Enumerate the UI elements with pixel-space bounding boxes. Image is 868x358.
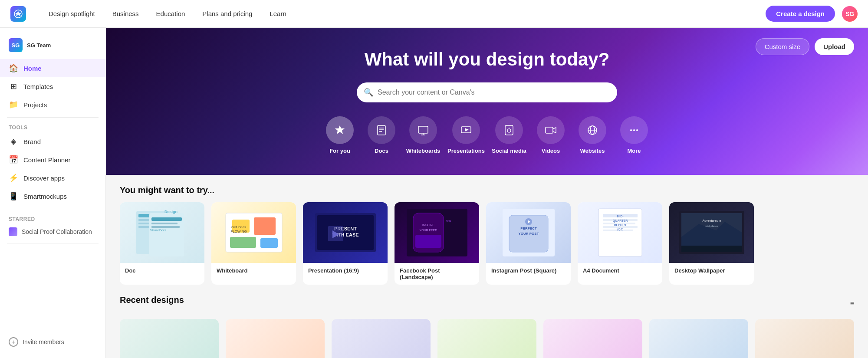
svg-point-21 <box>636 129 638 131</box>
search-input[interactable] <box>357 82 617 102</box>
sidebar: SG SG Team 🏠 Home ⊞ Templates 📁 Projects… <box>0 28 106 358</box>
card-a4doc[interactable]: MID- QUARTER REPORT (Q2) A4 Document <box>578 202 662 285</box>
websites-label: Websites <box>580 148 605 154</box>
discover-apps-icon: ⚡ <box>9 173 18 183</box>
svg-text:MID-: MID- <box>617 215 624 218</box>
svg-marker-1 <box>335 125 345 134</box>
qa-presentations[interactable]: Presentations <box>447 116 485 154</box>
desktop-card-label: Desktop Wallpaper <box>669 263 754 278</box>
logo[interactable] <box>10 6 26 22</box>
svg-point-20 <box>633 129 635 131</box>
svg-text:YOUR POST: YOUR POST <box>518 232 539 236</box>
card-desktop[interactable]: Adventures in wild places Desktop Wallpa… <box>669 202 754 285</box>
qa-videos[interactable]: Videos <box>533 116 568 154</box>
nav-plans[interactable]: Plans and pricing <box>194 7 261 21</box>
svg-rect-37 <box>260 238 278 248</box>
recent-card-4[interactable] <box>437 319 536 358</box>
more-icon <box>620 116 648 144</box>
create-design-button[interactable]: Create a design <box>766 6 835 22</box>
sidebar-item-smartmockups[interactable]: 📱 Smartmockups <box>0 187 105 205</box>
nav-learn[interactable]: Learn <box>261 7 295 21</box>
recent-section: Recent designs ≡ <box>106 295 868 358</box>
card-whiteboard[interactable]: Get ideas FLOWING Whiteboard <box>211 202 296 285</box>
whiteboard-card-thumbnail: Get ideas FLOWING <box>211 202 296 263</box>
upload-button[interactable]: Upload <box>815 38 854 55</box>
hero-section: Custom size Upload What will you design … <box>106 28 868 175</box>
nav-education[interactable]: Education <box>148 7 194 21</box>
recent-card-7[interactable] <box>755 319 854 358</box>
recent-card-6[interactable] <box>649 319 748 358</box>
sidebar-templates-label: Templates <box>23 83 53 90</box>
sidebar-item-templates[interactable]: ⊞ Templates <box>0 77 105 95</box>
sidebar-item-content-planner[interactable]: 📅 Content Planner <box>0 151 105 169</box>
view-all-button[interactable]: ≡ <box>850 300 854 308</box>
svg-rect-36 <box>230 237 256 248</box>
svg-text:40%: 40% <box>446 220 451 222</box>
svg-point-19 <box>630 129 632 131</box>
sidebar-item-discover-apps[interactable]: ⚡ Discover apps <box>0 169 105 187</box>
sidebar-smartmockups-label: Smartmockups <box>23 193 67 200</box>
for-you-label: For you <box>329 148 350 154</box>
qa-for-you[interactable]: For you <box>322 116 357 154</box>
instagram-card-thumbnail: PERFECT YOUR POST <box>486 202 571 263</box>
recent-card-2[interactable] <box>226 319 325 358</box>
sidebar-projects-label: Projects <box>23 101 47 108</box>
more-label: More <box>627 148 641 154</box>
qa-websites[interactable]: Websites <box>575 116 610 154</box>
recent-design-grid <box>120 319 854 358</box>
qa-whiteboards[interactable]: Whiteboards <box>406 116 441 154</box>
desktop-card-thumbnail: Adventures in wild places <box>669 202 754 263</box>
svg-rect-71 <box>681 246 742 252</box>
card-presentation[interactable]: PRESENT WITH EASE Presentation (16:9) <box>303 202 388 285</box>
recent-card-3[interactable] <box>332 319 431 358</box>
doc-card-label: Doc <box>120 263 204 278</box>
smartmockups-icon: 📱 <box>9 191 18 201</box>
sidebar-divider-2 <box>7 209 99 209</box>
docs-icon <box>368 116 395 144</box>
presentations-label: Presentations <box>447 148 485 154</box>
recent-card-5[interactable] <box>543 319 642 358</box>
starred-dot <box>9 227 17 236</box>
presentation-card-label: Presentation (16:9) <box>303 263 388 278</box>
main-content: Custom size Upload What will you design … <box>106 28 868 358</box>
card-instagram[interactable]: PERFECT YOUR POST Instagram Post (Square… <box>486 202 571 285</box>
qa-more[interactable]: More <box>617 116 651 154</box>
avatar[interactable]: SG <box>842 6 858 22</box>
card-facebook[interactable]: INSPIRE YOUR FEED 40% Facebook Post (Lan… <box>395 202 479 285</box>
sidebar-home-label: Home <box>23 65 42 72</box>
social-media-label: Social media <box>492 148 526 154</box>
facebook-card-label: Facebook Post (Landscape) <box>395 263 479 285</box>
qa-docs[interactable]: Docs <box>364 116 399 154</box>
sidebar-content-planner-label: Content Planner <box>23 156 70 164</box>
svg-rect-28 <box>151 217 182 221</box>
nav-design-spotlight[interactable]: Design spotlight <box>40 7 104 21</box>
nav-business[interactable]: Business <box>104 7 148 21</box>
try-card-grid: Design Visual Docs Doc <box>120 202 854 285</box>
quick-access-bar: For you Docs <box>120 116 854 158</box>
custom-size-button[interactable]: Custom size <box>756 38 810 55</box>
main-layout: SG SG Team 🏠 Home ⊞ Templates 📁 Projects… <box>0 28 868 358</box>
team-name: SG Team <box>27 42 51 49</box>
top-navigation: Design spotlight Business Education Plan… <box>0 0 868 28</box>
invite-members-button[interactable]: + Invite members <box>0 333 105 351</box>
logo-icon <box>10 6 26 22</box>
try-section: You might want to try... <box>106 175 868 295</box>
sidebar-item-home[interactable]: 🏠 Home <box>0 59 105 77</box>
sidebar-item-brand[interactable]: ◈ Brand <box>0 132 105 151</box>
sidebar-item-projects[interactable]: 📁 Projects <box>0 95 105 114</box>
svg-rect-35 <box>254 217 276 235</box>
whiteboards-label: Whiteboards <box>406 148 441 154</box>
recent-card-1[interactable] <box>120 319 219 358</box>
sidebar-social-proof-label: Social Proof Collaboration <box>22 228 92 235</box>
videos-icon <box>537 116 565 144</box>
card-doc[interactable]: Design Visual Docs Doc <box>120 202 204 285</box>
videos-label: Videos <box>542 148 560 154</box>
svg-text:Get ideas: Get ideas <box>231 225 246 229</box>
sidebar-item-social-proof[interactable]: Social Proof Collaboration <box>0 224 105 240</box>
svg-rect-11 <box>505 125 513 135</box>
try-section-title: You might want to try... <box>120 185 854 195</box>
svg-rect-50 <box>415 235 441 248</box>
sidebar-team: SG SG Team <box>0 35 105 59</box>
qa-social-media[interactable]: Social media <box>492 116 526 154</box>
facebook-card-thumbnail: INSPIRE YOUR FEED 40% <box>395 202 479 263</box>
